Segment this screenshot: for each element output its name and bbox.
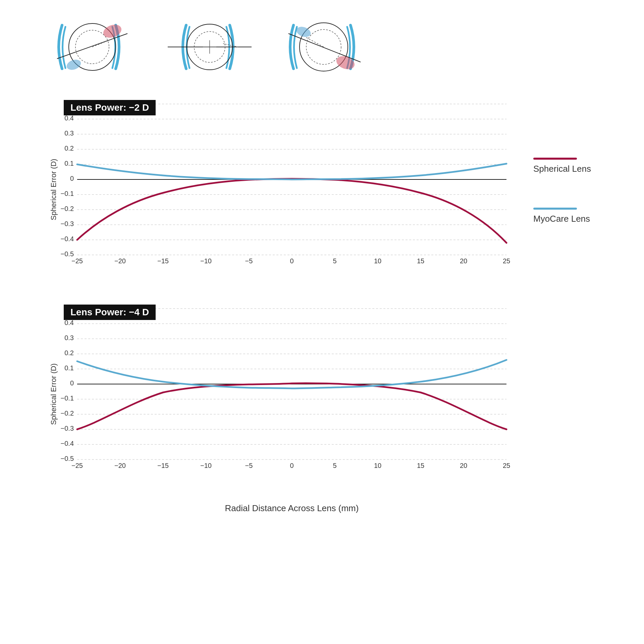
svg-text:−10: −10 — [200, 462, 212, 469]
svg-text:−0.4: −0.4 — [61, 440, 74, 447]
svg-text:0: 0 — [290, 462, 293, 469]
svg-text:−0.3: −0.3 — [61, 425, 74, 432]
y-axis-label-top: Spherical Error (D) — [49, 159, 58, 220]
legend-label-spherical: Spherical Lens — [533, 164, 591, 174]
svg-text:10: 10 — [374, 462, 381, 469]
svg-text:−10: −10 — [200, 257, 212, 265]
svg-text:−20: −20 — [114, 462, 126, 469]
lens-power-label-top: Lens Power: −2 D — [64, 100, 156, 115]
svg-point-4 — [65, 58, 83, 71]
svg-text:0.2: 0.2 — [64, 145, 74, 152]
svg-text:25: 25 — [503, 462, 510, 469]
svg-text:0.1: 0.1 — [64, 364, 74, 372]
svg-line-2 — [57, 34, 127, 59]
svg-text:0.3: 0.3 — [64, 129, 74, 137]
svg-text:−0.3: −0.3 — [61, 220, 74, 227]
svg-text:−25: −25 — [71, 462, 83, 469]
lens-diagrams-row — [40, 13, 510, 80]
svg-point-3 — [102, 22, 123, 40]
charts-and-legend: Lens Power: −2 D Spherical Error (D) — [20, 91, 644, 514]
svg-text:−15: −15 — [157, 257, 169, 265]
main-container: Lens Power: −2 D Spherical Error (D) — [0, 0, 644, 644]
svg-line-11 — [223, 44, 238, 47]
svg-text:0: 0 — [70, 175, 74, 182]
chart-bottom: Lens Power: −4 D Spherical Error (D) — [20, 295, 523, 493]
svg-text:−0.1: −0.1 — [61, 190, 74, 197]
svg-text:5: 5 — [333, 462, 336, 469]
svg-text:20: 20 — [460, 462, 467, 469]
legend-item-spherical: Spherical Lens — [533, 158, 591, 174]
svg-text:−15: −15 — [157, 462, 169, 469]
svg-text:15: 15 — [417, 257, 424, 265]
chart-svg-top: 0.5 0.4 0.3 0.2 0.1 0 −0.1 −0.2 −0.3 −0.… — [57, 94, 520, 275]
x-axis-shared-label: Radial Distance Across Lens (mm) — [57, 503, 527, 514]
svg-text:10: 10 — [374, 257, 381, 265]
charts-column: Lens Power: −2 D Spherical Error (D) — [20, 91, 523, 514]
svg-text:15: 15 — [417, 462, 424, 469]
lens-diagram-2 — [154, 13, 268, 80]
y-axis-label-bottom: Spherical Error (D) — [49, 363, 58, 425]
svg-text:−0.2: −0.2 — [61, 205, 74, 212]
svg-text:0.2: 0.2 — [64, 349, 74, 357]
chart-svg-bottom: 0.5 0.4 0.3 0.2 0.1 0 −0.1 −0.2 −0.3 −0.… — [57, 299, 520, 480]
svg-text:0.3: 0.3 — [64, 334, 74, 341]
svg-text:5: 5 — [333, 257, 336, 265]
svg-text:−5: −5 — [245, 462, 253, 469]
chart-top: Lens Power: −2 D Spherical Error (D) — [20, 91, 523, 288]
svg-text:0: 0 — [70, 379, 74, 387]
svg-text:0: 0 — [290, 257, 293, 265]
svg-text:−20: −20 — [114, 257, 126, 265]
svg-text:−25: −25 — [71, 257, 83, 265]
legend: Spherical Lens MyoCare Lens — [533, 158, 627, 241]
svg-text:−0.5: −0.5 — [61, 250, 74, 258]
svg-text:0.4: 0.4 — [64, 319, 74, 326]
svg-text:−5: −5 — [245, 257, 253, 265]
svg-text:0.1: 0.1 — [64, 160, 74, 167]
svg-line-17 — [305, 37, 324, 47]
svg-text:20: 20 — [460, 257, 467, 265]
legend-item-myocare: MyoCare Lens — [533, 208, 590, 224]
legend-label-myocare: MyoCare Lens — [533, 214, 590, 224]
legend-line-myocare — [533, 208, 577, 210]
legend-line-spherical — [533, 158, 577, 160]
lens-diagram-1 — [40, 13, 154, 80]
lens-power-label-bottom: Lens Power: −4 D — [64, 305, 156, 320]
svg-text:−0.2: −0.2 — [61, 410, 74, 417]
svg-text:−0.4: −0.4 — [61, 235, 74, 243]
svg-text:−0.5: −0.5 — [61, 455, 74, 462]
svg-text:25: 25 — [503, 257, 510, 265]
lens-diagram-3 — [268, 13, 382, 80]
svg-text:0.4: 0.4 — [64, 114, 74, 122]
svg-text:−0.1: −0.1 — [61, 394, 74, 402]
